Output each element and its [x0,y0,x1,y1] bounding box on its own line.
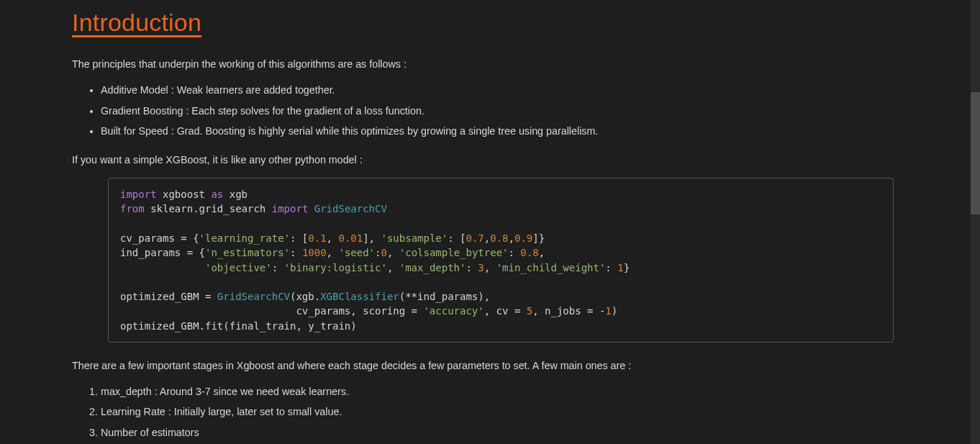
code-keyword: import [272,203,309,214]
code-text: : [272,262,284,273]
article-content: Introduction The principles that underpi… [0,0,971,444]
code-text: : [ [448,232,466,244]
code-text: , [327,232,339,244]
stages-list: max_depth : Around 3-7 since we need wea… [72,384,899,444]
code-number: 3 [478,262,484,273]
code-text: } [624,262,630,273]
code-text: sklearn.grid_search [145,203,272,214]
list-item: Learning Rate : Initially large, later s… [101,404,899,421]
code-string: 'n_estimators' [205,247,290,258]
code-text: optimized_GBM.fit(final_train, y_train) [120,320,357,332]
code-keyword: import [120,189,157,200]
code-text: , [387,262,399,273]
code-text [308,203,314,214]
body-paragraph: If you want a simple XGBoost, it is like… [72,153,899,168]
code-string: 'max_depth' [399,262,466,273]
code-keyword: as [211,189,223,200]
document-viewport: Introduction The principles that underpi… [0,0,971,444]
code-text: ind_params = { [120,247,205,258]
code-string: 'min_child_weight' [496,262,606,273]
code-string: 'seed' [338,247,375,258]
code-text: : [290,247,302,258]
code-text: : [605,262,617,273]
code-text: , [484,262,496,273]
code-number: 0 [381,247,386,258]
scrollbar-track[interactable] [971,0,980,444]
code-string: 'binary:logistic' [284,262,387,273]
code-number: 1 [605,305,611,317]
code-text: , cv = [484,305,527,317]
code-number: 5 [527,305,532,317]
intro-paragraph: The principles that underpin the working… [72,57,899,72]
code-class: GridSearchCV [217,291,290,302]
code-text: cv_params, scoring = [120,305,423,317]
code-text: (**ind_params), [399,291,490,302]
code-text: : [ [290,232,308,244]
code-text: xgb [223,189,248,200]
code-text: : [509,247,521,258]
code-number: 1000 [302,247,327,258]
code-string: 'objective' [205,262,272,273]
code-text: , [327,247,339,258]
code-text: , [387,247,399,258]
code-text: , n_jobs = - [532,305,605,317]
code-number: 0.7 [466,232,484,244]
code-string: 'accuracy' [423,305,484,317]
code-text: , [509,232,514,244]
code-class: XGBClassifier [320,291,399,302]
code-string: 'colsample_bytree' [399,247,509,258]
code-string: 'learning_rate' [199,232,290,244]
code-class: GridSearchCV [314,203,387,214]
page-title: Introduction [72,9,899,37]
scrollbar-thumb[interactable] [971,92,980,214]
code-text: , [539,247,545,258]
list-item: Built for Speed : Grad. Boosting is high… [101,123,899,140]
code-block: import xgboost as xgb from sklearn.grid_… [108,178,894,343]
code-text: cv_params = { [120,232,199,244]
code-text: ], [363,232,381,244]
list-item: Number of estimators [101,425,899,442]
code-text: (xgb. [290,291,320,302]
code-number: 0.9 [514,232,532,244]
list-item: Additive Model : Weak learners are added… [101,82,899,99]
list-item: max_depth : Around 3-7 since we need wea… [101,384,899,401]
code-keyword: from [120,203,145,214]
code-string: 'subsample' [381,232,448,244]
code-text: , [484,232,490,244]
code-text: xgboost [157,189,212,200]
code-text: ]} [532,232,545,244]
code-text [120,262,205,273]
body-paragraph: There are a few important stages in Xgbo… [72,358,899,373]
list-item: Gradient Boosting : Each step solves for… [101,103,899,119]
code-text: : [466,262,478,273]
code-number: 0.01 [338,232,363,244]
code-text: ) [612,305,617,317]
code-number: 0.1 [308,232,326,244]
principles-list: Additive Model : Weak learners are added… [72,82,899,140]
code-number: 0.8 [490,232,508,244]
code-number: 1 [617,262,623,273]
code-text: optimized_GBM = [120,291,217,302]
code-number: 0.8 [520,247,538,258]
